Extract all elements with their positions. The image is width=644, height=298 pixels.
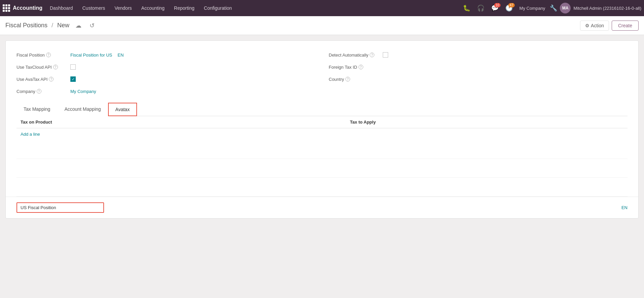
top-menu: Dashboard Customers Vendors Accounting R… [45,0,237,16]
chat-badge: 10 [494,3,501,7]
app-logo[interactable]: Accounting [3,4,42,12]
foreign-tax-help-icon[interactable]: ? [359,65,363,69]
add-line-row: Add a line [16,128,628,140]
avatax-row: Use AvaTax API ? ✓ [16,73,315,85]
blank-section-2 [16,159,628,178]
debug-icon[interactable]: 🐛 [461,3,472,13]
main-area: Fiscal Position ? Fiscal Position for US… [0,35,644,298]
fiscal-position-row: Fiscal Position ? Fiscal Position for US… [16,49,315,61]
fiscal-position-value[interactable]: Fiscal Position for US [70,53,112,58]
add-line-button[interactable]: Add a line [16,128,44,140]
fiscal-position-label: Fiscal Position ? [16,53,70,58]
country-row: Country ? [329,73,628,85]
breadcrumb-parent[interactable]: Fiscal Positions [5,22,47,29]
app-name: Accounting [13,5,42,11]
detect-auto-checkbox[interactable] [383,52,388,58]
activity-icon[interactable]: 🕐 47 [503,3,515,13]
breadcrumb-separator: / [52,22,53,29]
fiscal-position-help-icon[interactable]: ? [46,53,51,57]
action-button[interactable]: ⚙ Action [580,21,609,31]
support-icon[interactable]: 🎧 [475,3,486,13]
discard-icon[interactable]: ↺ [88,21,97,30]
grid-icon[interactable] [3,4,10,12]
avatax-label: Use AvaTax API ? [16,77,70,82]
activity-badge: 47 [508,3,515,7]
user-name: Mitchell Admin (22316102-16-0-all) [573,6,641,11]
foreign-tax-row: Foreign Tax ID ? [329,61,628,73]
form-card: Fiscal Position ? Fiscal Position for US… [5,40,639,219]
form-grid: Fiscal Position ? Fiscal Position for US… [16,49,628,97]
nav-item-customers[interactable]: Customers [78,0,110,16]
translation-lang[interactable]: EN [621,205,628,210]
nav-item-vendors[interactable]: Vendors [110,0,136,16]
avatax-help-icon[interactable]: ? [49,77,54,81]
breadcrumb-right: ⚙ Action Create [580,21,639,31]
chat-icon[interactable]: 💬 10 [489,3,501,13]
breadcrumb-current: New [57,22,69,29]
top-actions: 🐛 🎧 💬 10 🕐 47 My Company 🔧 MA Mitchell A… [461,3,641,13]
tabs-bar: Tax Mapping Account Mapping Avatax [16,103,628,116]
detect-auto-help-icon[interactable]: ? [370,53,374,57]
fiscal-position-lang[interactable]: EN [117,53,124,58]
col-tax-on-product: Tax on Product [16,116,346,128]
top-navigation: Accounting Dashboard Customers Vendors A… [0,0,644,16]
taxcloud-help-icon[interactable]: ? [53,65,58,69]
blank-section-1 [16,140,628,159]
detect-auto-label: Detect Automatically ? [329,53,383,58]
nav-item-configuration[interactable]: Configuration [199,0,237,16]
user-avatar[interactable]: MA [560,3,571,13]
company-row: Company ? My Company [16,85,315,97]
translation-input[interactable] [16,202,104,213]
col-tax-to-apply: Tax to Apply [346,116,628,128]
breadcrumb-left: Fiscal Positions / New ☁ ↺ [5,21,97,30]
country-help-icon[interactable]: ? [345,77,350,81]
create-button[interactable]: Create [612,21,639,31]
translation-section: EN [6,197,638,218]
company-help-icon[interactable]: ? [37,89,41,94]
save-cloud-icon[interactable]: ☁ [73,21,83,30]
country-label: Country ? [329,77,383,82]
foreign-tax-label: Foreign Tax ID ? [329,65,383,70]
tab-account-mapping[interactable]: Account Mapping [57,103,108,116]
company-name[interactable]: My Company [517,6,547,11]
company-label: Company ? [16,89,70,94]
blank-section-3 [16,178,628,197]
wrench-icon[interactable]: 🔧 [550,4,557,12]
tab-avatax[interactable]: Avatax [108,103,137,116]
avatax-checkbox[interactable]: ✓ [70,76,76,82]
taxcloud-label: Use TaxCloud API ? [16,65,70,70]
breadcrumb-bar: Fiscal Positions / New ☁ ↺ ⚙ Action Crea… [0,16,644,35]
action-label: Action [591,23,604,28]
taxcloud-checkbox[interactable] [70,64,76,70]
tax-mapping-table: Tax on Product Tax to Apply Add a line [16,116,628,140]
gear-icon: ⚙ [585,23,589,28]
nav-item-reporting[interactable]: Reporting [169,0,199,16]
nav-item-accounting[interactable]: Accounting [137,0,169,16]
company-value[interactable]: My Company [70,89,96,94]
taxcloud-row: Use TaxCloud API ? [16,61,315,73]
nav-item-dashboard[interactable]: Dashboard [45,0,78,16]
tab-tax-mapping[interactable]: Tax Mapping [16,103,57,116]
detect-auto-row: Detect Automatically ? [329,49,628,61]
